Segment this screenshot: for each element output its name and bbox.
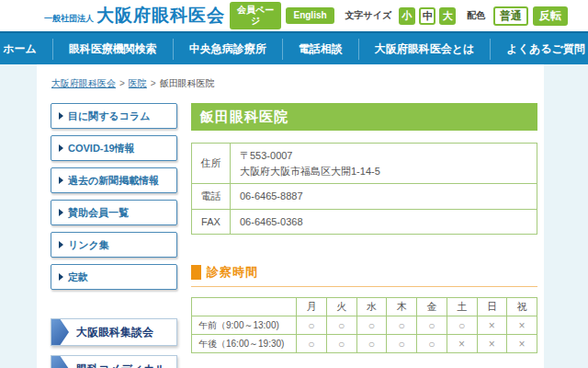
nav-item-phone-consult[interactable]: 電話相談	[282, 39, 358, 60]
color-scheme-label: 配色	[467, 9, 485, 22]
site-title: 大阪府眼科医会	[96, 4, 225, 28]
hours-mark: ×	[477, 316, 507, 335]
hours-mark: ○	[297, 335, 327, 353]
hours-mark: ○	[417, 335, 447, 353]
breadcrumb-link-home[interactable]: 大阪府眼科医会	[51, 78, 116, 88]
clinic-name-title: 飯田眼科医院	[191, 103, 537, 131]
breadcrumb-separator: >	[119, 78, 125, 88]
nav-item-emergency-clinic[interactable]: 中央急病診療所	[173, 39, 282, 60]
info-value-fax: 06-6465-0368	[231, 209, 537, 235]
day-header-wed: 水	[356, 298, 387, 316]
sidebar-item-supporting-members[interactable]: 賛助会員一覧	[51, 200, 177, 225]
sidebar-item-label: 賛助会員一覧	[68, 206, 129, 220]
day-header-tue: 火	[326, 298, 356, 316]
postal-code: 〒553-0007	[240, 148, 527, 164]
hours-corner-cell	[192, 298, 297, 316]
sidebar-item-newspaper-archive[interactable]: 過去の新聞掲載情報	[51, 167, 177, 193]
member-page-button[interactable]: 会員ページ	[230, 2, 281, 29]
arrow-right-icon	[59, 177, 63, 184]
arrow-right-icon	[51, 356, 69, 368]
nav-item-faq[interactable]: よくあるご質問	[490, 39, 588, 60]
top-header: 一般社団法人 大阪府眼科医会 会員ページ English 文字サイズ 小 中 大…	[0, 0, 588, 31]
english-button[interactable]: English	[286, 7, 334, 24]
street-address: 大阪府大阪市福島区大開1-14-5	[240, 164, 527, 179]
day-header-sun: 日	[477, 298, 507, 316]
hours-mark: ○	[297, 316, 327, 335]
arrow-right-icon	[59, 273, 63, 281]
arrow-right-icon	[51, 319, 69, 345]
info-label-address: 住所	[192, 144, 231, 184]
nav-item-home[interactable]: ホーム	[0, 39, 52, 60]
breadcrumb-link-clinics[interactable]: 医院	[129, 78, 147, 88]
breadcrumb-current: 飯田眼科医院	[160, 78, 215, 88]
info-label-fax: FAX	[192, 209, 231, 235]
sidebar-gap	[51, 296, 177, 318]
sidebar-item-label: リンク集	[68, 238, 109, 252]
table-row: 住所 〒553-0007 大阪府大阪市福島区大開1-14-5	[192, 144, 537, 184]
sidebar-item-label: 定款	[68, 270, 88, 284]
hours-mark: ○	[326, 316, 356, 335]
color-scheme-invert-button[interactable]: 反転	[533, 6, 568, 26]
hours-mark: ○	[356, 335, 387, 353]
sidebar-banner-label: 大阪眼科集談会	[76, 325, 153, 340]
info-label-phone: 電話	[192, 184, 231, 210]
hours-section-title: 診察時間	[207, 264, 258, 281]
main-content: 飯田眼科医院 住所 〒553-0007 大阪府大阪市福島区大開1-14-5 電話…	[191, 103, 537, 368]
sidebar-item-links[interactable]: リンク集	[51, 232, 177, 258]
breadcrumb: 大阪府眼科医会>医院>飯田眼科医院	[51, 77, 537, 90]
day-header-sat: 土	[447, 298, 477, 316]
hours-mark: ○	[356, 316, 387, 335]
arrow-right-icon	[59, 112, 63, 120]
day-header-mon: 月	[297, 298, 327, 316]
day-header-thu: 木	[387, 298, 417, 316]
sidebar-item-label: COVID-19情報	[68, 142, 135, 155]
hours-mark: ○	[326, 335, 356, 353]
sidebar-banner-osaka-meeting[interactable]: 大阪眼科集談会	[51, 318, 177, 346]
sidebar-item-label: 目に関するコラム	[68, 109, 151, 123]
hours-mark: ×	[507, 335, 537, 353]
hours-mark: ×	[477, 335, 507, 353]
hours-mark: ×	[447, 335, 477, 353]
table-row: 午前（9:00～13:00) ○ ○ ○ ○ ○ ○ × ×	[192, 316, 537, 335]
hours-mark: ○	[447, 316, 477, 335]
sidebar-banner-comedical[interactable]: 眼科コメディカル	[51, 355, 177, 368]
hours-mark: ○	[387, 316, 417, 335]
table-row: FAX 06-6465-0368	[192, 209, 537, 235]
org-type-label: 一般社団法人	[44, 13, 94, 25]
main-nav: ホーム 眼科医療機関検索 中央急病診療所 電話相談 大阪府眼科医会とは よくある…	[0, 31, 588, 64]
hours-mark: ○	[387, 335, 417, 353]
section-bullet-icon	[191, 265, 201, 280]
sidebar-item-articles[interactable]: 定款	[51, 264, 177, 290]
font-size-label: 文字サイズ	[345, 9, 392, 22]
hours-mark: ○	[417, 316, 447, 335]
breadcrumb-separator: >	[151, 78, 156, 88]
hours-mark: ×	[507, 316, 537, 335]
info-value-phone: 06-6465-8887	[231, 184, 537, 210]
sidebar-item-eye-column[interactable]: 目に関するコラム	[51, 103, 177, 129]
content-card: 大阪府眼科医会>医院>飯田眼科医院 目に関するコラム COVID-19情報 過去…	[37, 64, 544, 368]
nav-item-clinic-search[interactable]: 眼科医療機関検索	[52, 39, 173, 60]
sidebar: 目に関するコラム COVID-19情報 過去の新聞掲載情報 賛助会員一覧 リンク…	[51, 103, 177, 368]
sidebar-banner-label: 眼科コメディカル	[76, 362, 166, 368]
color-scheme-normal-button[interactable]: 普通	[493, 6, 528, 26]
sidebar-item-covid19[interactable]: COVID-19情報	[51, 135, 177, 161]
font-size-medium-button[interactable]: 中	[419, 7, 435, 25]
hours-row-label-morning: 午前（9:00～13:00)	[192, 316, 297, 335]
nav-item-about[interactable]: 大阪府眼科医会とは	[358, 39, 491, 60]
clinic-info-table: 住所 〒553-0007 大阪府大阪市福島区大開1-14-5 電話 06-646…	[191, 143, 537, 235]
day-header-holiday: 祝	[507, 298, 537, 316]
arrow-right-icon	[59, 209, 63, 216]
font-size-small-button[interactable]: 小	[399, 7, 415, 25]
table-row: 月 火 水 木 金 土 日 祝	[192, 298, 537, 316]
hours-section-heading: 診察時間	[191, 264, 537, 287]
table-row: 電話 06-6465-8887	[192, 184, 537, 210]
arrow-right-icon	[59, 144, 63, 152]
hours-table: 月 火 水 木 金 土 日 祝 午前（9:00～13:00) ○ ○	[191, 297, 537, 353]
font-size-large-button[interactable]: 大	[439, 7, 456, 25]
hours-row-label-afternoon: 午後（16:00～19:30)	[192, 335, 297, 353]
table-row: 午後（16:00～19:30) ○ ○ ○ ○ ○ × × ×	[192, 335, 537, 353]
arrow-right-icon	[59, 241, 63, 248]
sidebar-item-label: 過去の新聞掲載情報	[68, 174, 159, 188]
site-logo[interactable]: 一般社団法人 大阪府眼科医会	[44, 4, 225, 28]
day-header-fri: 金	[417, 298, 447, 316]
